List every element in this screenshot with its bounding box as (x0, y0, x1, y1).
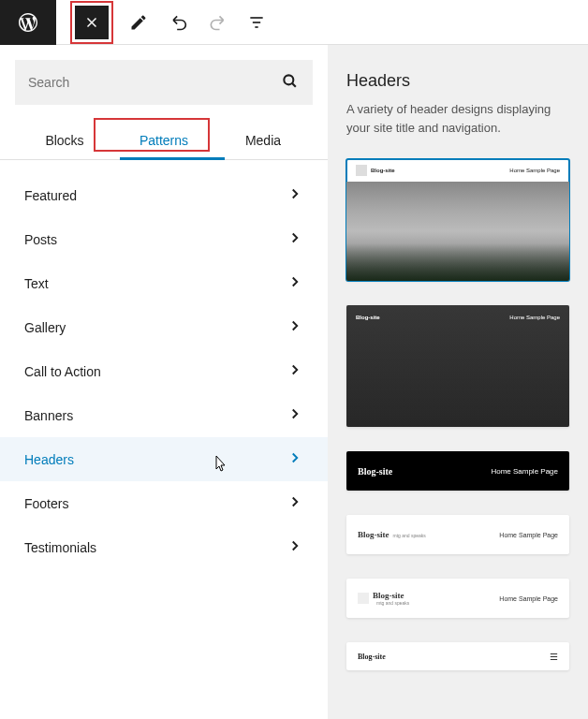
tools-icon[interactable] (127, 11, 150, 34)
category-label: Footers (24, 496, 68, 511)
category-label: Call to Action (24, 364, 101, 379)
pattern-preview[interactable]: Blog-sitemtg and speaks Home Sample Page (346, 515, 569, 554)
document-overview-icon[interactable] (245, 11, 268, 34)
pattern-preview[interactable]: Blog-site ☰ (346, 642, 569, 670)
category-label: Posts (24, 232, 57, 247)
inserter-panel: Blocks Patterns Media Featured Posts Tex… (0, 45, 328, 719)
pattern-preview[interactable]: Blog-site Home Sample Page (346, 159, 569, 281)
top-toolbar (0, 0, 588, 45)
pattern-categories: Featured Posts Text Gallery Call to Acti… (0, 160, 328, 582)
tab-underline (120, 157, 225, 160)
chevron-right-icon (287, 185, 303, 205)
wordpress-logo[interactable] (0, 0, 56, 45)
category-headers[interactable]: Headers (0, 437, 328, 481)
close-inserter-button[interactable] (75, 6, 109, 39)
tab-media[interactable]: Media (213, 120, 313, 159)
category-label: Headers (24, 452, 74, 467)
search-input[interactable] (28, 75, 281, 90)
svg-line-6 (292, 83, 296, 87)
pattern-preview-panel: Headers A variety of header designs disp… (328, 45, 588, 719)
tab-patterns[interactable]: Patterns (114, 120, 213, 159)
category-featured[interactable]: Featured (0, 173, 328, 217)
chevron-right-icon (287, 537, 303, 557)
chevron-right-icon (287, 273, 303, 293)
hamburger-icon: ☰ (550, 652, 558, 662)
svg-point-5 (284, 75, 293, 84)
pattern-preview[interactable]: Blog-site Home Sample Page (346, 305, 569, 427)
undo-icon[interactable] (167, 11, 189, 34)
search-icon (281, 72, 300, 94)
chevron-right-icon (287, 317, 303, 337)
category-text[interactable]: Text (0, 261, 328, 305)
search-box[interactable] (15, 60, 313, 105)
category-testimonials[interactable]: Testimonials (0, 525, 328, 569)
category-posts[interactable]: Posts (0, 217, 328, 261)
category-footers[interactable]: Footers (0, 481, 328, 525)
chevron-right-icon (287, 229, 303, 249)
chevron-right-icon (287, 405, 303, 425)
category-banners[interactable]: Banners (0, 393, 328, 437)
category-label: Featured (24, 188, 77, 203)
category-gallery[interactable]: Gallery (0, 305, 328, 349)
chevron-right-icon (287, 493, 303, 513)
tab-blocks[interactable]: Blocks (15, 120, 114, 159)
chevron-right-icon (287, 361, 303, 381)
pattern-preview[interactable]: Blog-site Home Sample Page (346, 451, 569, 491)
preview-description: A variety of header designs displaying y… (346, 100, 569, 137)
category-label: Text (24, 276, 49, 291)
preview-title: Headers (346, 71, 569, 91)
redo-icon (206, 11, 228, 34)
chevron-right-icon (287, 449, 303, 469)
inserter-tabs: Blocks Patterns Media (0, 120, 328, 160)
pattern-preview[interactable]: Blog-sitemtg and speaks Home Sample Page (346, 579, 569, 618)
category-label: Testimonials (24, 540, 96, 555)
category-label: Banners (24, 408, 73, 423)
category-label: Gallery (24, 320, 66, 335)
category-call-to-action[interactable]: Call to Action (0, 349, 328, 393)
